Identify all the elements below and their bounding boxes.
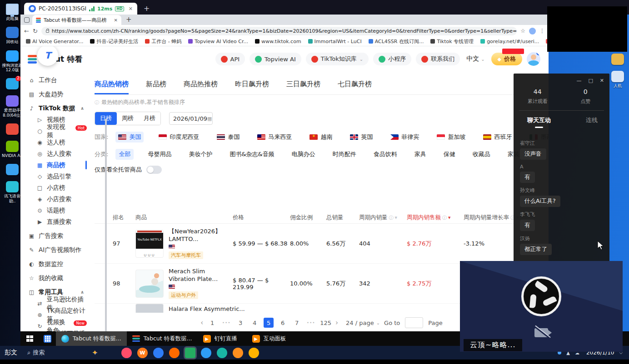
date-picker[interactable]: 2026/01/09 ▦ (169, 112, 213, 125)
product-image[interactable]: YouTube NETFLX (135, 230, 164, 258)
desktop-icon[interactable]: 人机 (607, 71, 628, 88)
category-option[interactable]: 美妆个护 (185, 149, 215, 160)
tabcut-logo-icon[interactable] (28, 55, 37, 64)
nav-pill[interactable]: API (215, 53, 245, 65)
desktop-icon-image[interactable] (611, 71, 624, 82)
category-option[interactable]: 全部 (115, 149, 134, 160)
ranking-tab[interactable]: 商品热销榜 (95, 80, 129, 94)
goto-page-input[interactable] (405, 317, 423, 328)
sidebar-item[interactable]: ⊙ 话题榜 (27, 205, 87, 216)
start-button[interactable] (20, 331, 39, 346)
page-number[interactable]: 4 (250, 318, 260, 328)
desktop-icon[interactable] (607, 54, 628, 65)
profile-avatar[interactable] (529, 28, 536, 34)
desktop-icon-image[interactable] (6, 123, 19, 135)
host-app-icon[interactable] (121, 348, 132, 358)
sidebar-item[interactable]: ▤ 大盘趋势 (27, 89, 87, 100)
nav-pill[interactable]: 小程序 (373, 53, 411, 65)
page-number[interactable]: 6 (278, 318, 288, 328)
country-option[interactable]: 越南 (307, 132, 335, 143)
sidebar-item[interactable]: ◐ 数据监控 (27, 258, 87, 270)
product-image[interactable] (135, 304, 164, 313)
sidebar-item[interactable]: ◉ 达人榜 (27, 137, 87, 148)
table-header-cell[interactable]: 价格 (233, 214, 290, 221)
category-option[interactable]: 收藏品 (469, 149, 494, 160)
page-number[interactable]: 3 (235, 318, 245, 328)
host-app-icon[interactable] (201, 348, 211, 358)
close-icon[interactable]: ✕ (600, 78, 604, 84)
bookmark-item[interactable]: 工作台 - 蝉妈 (145, 38, 181, 45)
page-number[interactable]: 125 (320, 318, 331, 328)
table-header-cell[interactable]: 商品 (135, 214, 233, 221)
bookmark-item[interactable]: ACL4SSR 在线订阅... (369, 38, 424, 45)
menu-icon[interactable]: ⋮ (539, 28, 545, 34)
sidebar-item[interactable]: ▶ 直播搜索 (27, 216, 87, 227)
language-selector[interactable]: 中文⌄ (466, 55, 484, 63)
host-search[interactable]: ⌕ 搜索 (27, 349, 45, 357)
new-tab-button[interactable]: + (126, 15, 132, 24)
host-app-icon[interactable] (217, 348, 227, 358)
desktop-icon-image[interactable] (6, 95, 19, 107)
sidebar-item[interactable]: ☆ 我的收藏 (27, 272, 87, 284)
sidebar-item[interactable]: ♪ TikTok 数据 ∧ (27, 103, 87, 114)
taskbar-app-button[interactable]: Tabcut 特看数据... (127, 331, 198, 346)
bookmark-item[interactable]: Tiktok 专线管理 (430, 38, 474, 45)
category-option[interactable]: 母婴用品 (145, 149, 175, 160)
category-option[interactable]: 保健 (440, 149, 459, 160)
period-tab[interactable]: 月榜 (139, 112, 160, 125)
page-number[interactable]: ••• (306, 318, 316, 328)
table-header-cell[interactable]: 排名 (113, 214, 135, 221)
country-option[interactable]: 印度尼西亚 (156, 132, 202, 143)
nav-pill[interactable]: 联系我们 (416, 53, 460, 65)
host-app-icon[interactable] (185, 348, 195, 358)
remote-session-tab[interactable]: ☻ PC-20250113ISGI 12ms HD ✕ (24, 3, 137, 15)
product-title[interactable]: 【NewYear2026】LAMTTO... (169, 228, 229, 243)
host-app-icon[interactable] (169, 348, 180, 358)
taskbar-app-button[interactable]: ▶ 互动面板 (247, 331, 296, 346)
host-app-icon[interactable] (249, 348, 259, 358)
chat-tab[interactable]: 连线 (586, 116, 598, 128)
country-option[interactable]: 英国 (347, 132, 375, 143)
sidebar-item[interactable]: ⌂ 工作台 (27, 74, 87, 86)
taskbar-app-button[interactable]: ▶ 钉钉直播 (198, 331, 247, 346)
new-session-button[interactable]: + (144, 4, 150, 13)
bookmark-item[interactable]: www.tiktok.com (255, 39, 301, 44)
sidebar-item[interactable]: ◎ 达人搜索 (27, 148, 87, 159)
desktop-icon-image[interactable] (6, 4, 19, 15)
ranking-tab[interactable]: 新品榜 (146, 80, 166, 94)
task-view-button[interactable] (39, 331, 56, 346)
page-size-select[interactable]: 24 / page ⌄ (346, 320, 380, 326)
country-option[interactable]: 泰国 (214, 132, 242, 143)
bookmark-item[interactable]: AI Voice Generator... (26, 39, 83, 44)
desktop-icon-image[interactable] (6, 164, 19, 175)
ranking-tab[interactable]: 商品热推榜 (184, 80, 218, 94)
category-option[interactable]: 家具 (411, 149, 429, 160)
prev-page-icon[interactable]: ‹ (200, 319, 203, 327)
bookmark-item[interactable]: ImmortalWrt - LuCI (308, 39, 362, 44)
next-page-icon[interactable]: › (335, 319, 338, 327)
host-app-icon[interactable] (233, 348, 243, 358)
collapse-caret-icon[interactable]: ∧ (80, 106, 87, 111)
product-title[interactable]: Merach Slim Vibration Plate Exercise Mac… (169, 268, 229, 283)
site-logo-text[interactable]: ut 特看 (55, 54, 82, 64)
desktop-icon-image[interactable] (6, 141, 19, 152)
bookmark-item[interactable]: Topview AI Video Cr... (188, 39, 248, 44)
host-app-icon[interactable] (153, 348, 164, 358)
table-header-cell[interactable]: 总销量 (326, 214, 359, 221)
address-bar[interactable]: https://www.tabcut.com/zh-CN/ranking/goo… (41, 27, 517, 35)
ranking-tab[interactable]: 三日飙升榜 (286, 80, 320, 94)
taskbar-app-button[interactable]: Tabcut 特看数据... (56, 331, 127, 346)
sidebar-item[interactable]: □ 小店榜 (27, 182, 87, 193)
browser-tab[interactable]: Tabcut 特看数据——商品榜 ✕ (32, 15, 121, 25)
close-icon[interactable]: ✕ (129, 6, 133, 12)
product-title[interactable]: Halara Flex Asymmetric... (169, 305, 245, 312)
nav-pill[interactable]: Topview AI (250, 53, 301, 65)
sidebar-item[interactable]: ◇ 选品引擎 (27, 171, 87, 182)
category-option[interactable]: 电脑办公 (289, 149, 319, 160)
category-option[interactable]: 食品饮料 (370, 149, 400, 160)
page-number[interactable]: 7 (292, 318, 302, 328)
chat-tab[interactable]: 聊天互动 (527, 116, 551, 128)
page-number[interactable]: 5 (264, 318, 274, 328)
sidebar-item[interactable]: ▣ 广告搜索 (27, 230, 87, 241)
product-image[interactable] (135, 270, 164, 298)
